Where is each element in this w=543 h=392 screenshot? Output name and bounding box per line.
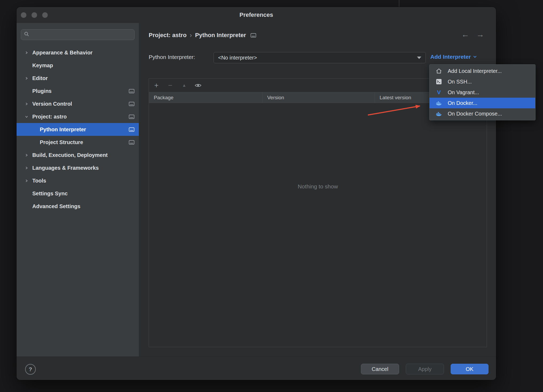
chevron-down-icon xyxy=(417,57,421,59)
menu-item-on-vagrant[interactable]: V On Vagrant... xyxy=(430,87,535,98)
add-package-button[interactable]: + xyxy=(153,82,160,89)
menu-item-label: Add Local Interpreter... xyxy=(448,68,502,74)
apply-button[interactable]: Apply xyxy=(406,364,444,374)
empty-table-message: Nothing to show xyxy=(149,183,487,190)
help-button[interactable]: ? xyxy=(25,364,36,375)
docker-icon xyxy=(435,101,442,106)
project-scope-icon xyxy=(129,140,135,145)
sidebar-item-label: Keymap xyxy=(32,62,53,69)
add-interpreter-link[interactable]: Add Interpreter xyxy=(430,54,477,60)
add-interpreter-label: Add Interpreter xyxy=(430,54,471,60)
chevron-right-icon[interactable] xyxy=(23,102,30,106)
titlebar: Preferences xyxy=(17,7,496,23)
settings-sidebar: Appearance & Behavior Keymap Editor Plug… xyxy=(17,23,139,357)
background-artifact xyxy=(399,0,399,7)
eye-icon[interactable] xyxy=(194,82,202,89)
chevron-down-icon[interactable] xyxy=(23,115,30,118)
sidebar-item-label: Build, Execution, Deployment xyxy=(32,152,108,158)
chevron-right-icon[interactable] xyxy=(23,77,30,80)
menu-item-label: On Docker... xyxy=(448,100,477,106)
project-scope-icon xyxy=(129,114,135,119)
sidebar-item-build-execution-deployment[interactable]: Build, Execution, Deployment xyxy=(17,149,139,161)
sidebar-item-languages-frameworks[interactable]: Languages & Frameworks xyxy=(17,161,139,174)
menu-item-add-local-interpreter[interactable]: Add Local Interpreter... xyxy=(430,66,535,76)
menu-item-on-docker-compose[interactable]: On Docker Compose... xyxy=(430,108,535,119)
sidebar-item-label: Project Structure xyxy=(40,139,83,145)
settings-tree: Appearance & Behavior Keymap Editor Plug… xyxy=(17,46,139,213)
sidebar-item-label: Version Control xyxy=(32,101,72,107)
chevron-down-icon xyxy=(473,56,477,58)
search-input[interactable] xyxy=(32,32,132,38)
sidebar-item-project-astro[interactable]: Project: astro xyxy=(17,110,139,123)
project-scope-icon xyxy=(129,102,135,106)
sidebar-item-label: Project: astro xyxy=(32,114,67,120)
chevron-right-icon[interactable] xyxy=(23,51,30,54)
sidebar-item-python-interpreter[interactable]: Python Interpreter xyxy=(17,123,139,136)
project-scope-icon xyxy=(129,89,135,93)
back-arrow-icon[interactable]: ← xyxy=(461,30,469,39)
upgrade-package-button[interactable]: ▲ xyxy=(180,82,188,89)
menu-item-on-ssh[interactable]: On SSH... xyxy=(430,76,535,87)
sidebar-item-appearance-behavior[interactable]: Appearance & Behavior xyxy=(17,46,139,59)
sidebar-item-label: Plugins xyxy=(32,88,52,94)
interpreter-select-value: <No interpreter> xyxy=(218,55,257,61)
sidebar-item-label: Editor xyxy=(32,75,48,81)
cancel-button[interactable]: Cancel xyxy=(361,364,399,374)
ssh-terminal-icon xyxy=(435,79,442,85)
chevron-right-icon[interactable] xyxy=(23,153,30,157)
sidebar-item-keymap[interactable]: Keymap xyxy=(17,59,139,72)
window-title: Preferences xyxy=(17,7,496,23)
sidebar-item-settings-sync[interactable]: Settings Sync xyxy=(17,187,139,200)
sidebar-item-label: Tools xyxy=(32,178,46,184)
column-header-version[interactable]: Version xyxy=(262,92,375,103)
breadcrumb-project[interactable]: Project: astro xyxy=(149,32,187,39)
sidebar-item-label: Python Interpreter xyxy=(40,126,86,133)
sidebar-item-project-structure[interactable]: Project Structure xyxy=(17,136,139,149)
sidebar-item-version-control[interactable]: Version Control xyxy=(17,97,139,110)
project-scope-icon xyxy=(129,127,135,132)
sidebar-item-advanced-settings[interactable]: Advanced Settings xyxy=(17,200,139,213)
sidebar-item-label: Settings Sync xyxy=(32,191,68,197)
sidebar-item-label: Advanced Settings xyxy=(32,203,80,209)
breadcrumb: Project: astro › Python Interpreter xyxy=(149,31,256,39)
sidebar-item-label: Appearance & Behavior xyxy=(32,50,93,56)
sidebar-item-plugins[interactable]: Plugins xyxy=(17,85,139,97)
menu-item-on-docker[interactable]: On Docker... xyxy=(430,98,535,108)
forward-arrow-icon[interactable]: → xyxy=(476,30,484,39)
menu-item-label: On Vagrant... xyxy=(448,89,479,96)
sidebar-item-tools[interactable]: Tools xyxy=(17,174,139,187)
add-interpreter-menu: Add Local Interpreter... On SSH... V On … xyxy=(429,64,536,120)
interpreter-select[interactable]: <No interpreter> xyxy=(214,52,426,63)
sidebar-item-label: Languages & Frameworks xyxy=(32,165,99,171)
dialog-footer: ? Cancel Apply OK xyxy=(17,357,496,380)
sidebar-item-editor[interactable]: Editor xyxy=(17,72,139,85)
vagrant-icon: V xyxy=(435,89,442,96)
chevron-right-icon[interactable] xyxy=(23,179,30,183)
chevron-right-icon[interactable] xyxy=(23,166,30,170)
preferences-dialog: Preferences Appearance & Behavior Keymap xyxy=(17,7,496,380)
interpreter-field-label: Python Interpreter: xyxy=(149,54,195,60)
project-scope-icon xyxy=(250,33,256,38)
search-icon xyxy=(24,31,30,38)
ok-button[interactable]: OK xyxy=(451,364,489,374)
docker-icon xyxy=(435,111,442,116)
menu-item-label: On SSH... xyxy=(448,79,472,85)
breadcrumb-separator: › xyxy=(190,31,192,39)
menu-item-label: On Docker Compose... xyxy=(448,111,502,117)
home-icon xyxy=(435,68,442,74)
settings-search-field[interactable] xyxy=(21,29,135,40)
breadcrumb-page: Python Interpreter xyxy=(195,32,246,39)
column-header-package[interactable]: Package xyxy=(149,92,262,103)
remove-package-button[interactable]: − xyxy=(167,82,174,89)
